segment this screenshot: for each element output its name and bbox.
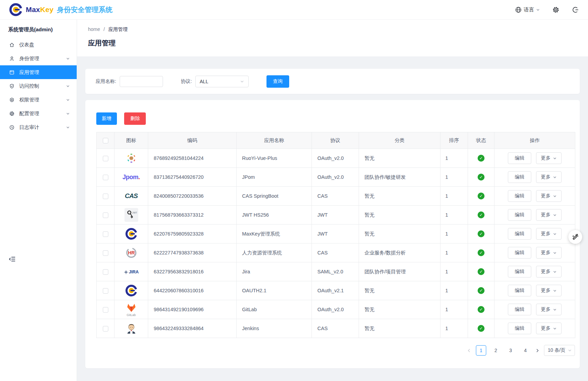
brand-title: MaxKey身份安全管理系统 (26, 5, 112, 14)
identity-user-icon (9, 56, 15, 62)
table-row: HR 622227747938373638 人力资源管理系统 CAS 企业服务/… (97, 243, 575, 262)
logout-icon[interactable] (572, 6, 579, 13)
column-header-protocol: 协议 (312, 132, 359, 149)
row-checkbox[interactable] (103, 269, 108, 275)
theme-wand-button[interactable] (568, 230, 582, 244)
app-sort: 1 (440, 262, 468, 281)
brand[interactable]: MaxKey身份安全管理系统 (9, 3, 112, 17)
hr-logo: HR (124, 246, 138, 260)
more-button[interactable]: 更多 (536, 285, 562, 296)
edit-button[interactable]: 编辑 (508, 209, 531, 221)
menu-fold-icon[interactable] (9, 256, 15, 262)
edit-button[interactable]: 编辑 (508, 152, 531, 164)
page-number-3[interactable]: 3 (505, 345, 516, 356)
prev-page-icon[interactable] (467, 348, 471, 353)
maxkey-logo-icon (9, 3, 23, 17)
chevron-down-icon (553, 270, 557, 274)
page-number-4[interactable]: 4 (520, 345, 531, 356)
more-button[interactable]: 更多 (536, 247, 562, 259)
row-checkbox[interactable] (103, 175, 108, 180)
more-button[interactable]: 更多 (536, 323, 562, 334)
wand-icon (571, 233, 579, 241)
column-header-name: 应用名称 (237, 132, 312, 149)
sidebar-item-access-control[interactable]: 访问控制 (0, 79, 77, 93)
app-sort: 1 (440, 281, 468, 300)
breadcrumb-home-link[interactable]: home (88, 26, 100, 33)
jira-logo: JIRA (124, 270, 139, 274)
current-user-label: 系统管理员(admin) (0, 20, 77, 37)
app-name: JWT HS256 (237, 206, 312, 225)
page-number-2[interactable]: 2 (491, 345, 501, 356)
more-button[interactable]: 更多 (536, 304, 562, 315)
sidebar-item-configuration[interactable]: 配置管理 (0, 107, 77, 120)
edit-button[interactable]: 编辑 (508, 228, 531, 240)
breadcrumb-separator: / (104, 26, 105, 33)
row-checkbox[interactable] (103, 156, 108, 161)
edit-button[interactable]: 编辑 (508, 247, 531, 259)
app-code: 817568793663373312 (148, 206, 237, 225)
edit-button[interactable]: 编辑 (508, 323, 531, 334)
row-checkbox[interactable] (103, 250, 108, 256)
status-active-icon: ✓ (478, 287, 484, 294)
sidebar-item-identity[interactable]: 身份管理 (0, 52, 77, 65)
row-checkbox[interactable] (103, 307, 108, 313)
status-active-icon: ✓ (478, 155, 484, 162)
app-category: 暂无 (359, 225, 440, 243)
edit-button[interactable]: 编辑 (508, 304, 531, 315)
row-checkbox[interactable] (103, 213, 108, 218)
sidebar-item-applications[interactable]: 应用管理 (0, 65, 77, 79)
add-button[interactable]: 新增 (96, 112, 117, 125)
status-active-icon: ✓ (478, 193, 484, 199)
language-switcher[interactable]: 语言 (515, 7, 540, 13)
edit-button[interactable]: 编辑 (508, 171, 531, 183)
globe-icon (515, 7, 522, 13)
more-button[interactable]: 更多 (536, 171, 562, 183)
edit-button[interactable]: 编辑 (508, 266, 531, 277)
app-sort: 1 (440, 206, 468, 225)
app-name-input[interactable] (120, 76, 163, 87)
row-checkbox[interactable] (103, 231, 108, 237)
app-category: 企业服务/数据分析 (359, 243, 440, 262)
more-button[interactable]: 更多 (536, 266, 562, 277)
more-button[interactable]: 更多 (536, 209, 562, 221)
more-button[interactable]: 更多 (536, 190, 562, 202)
table-row: CAS 824008507220033536 CAS SpringBoot CA… (97, 187, 575, 206)
edit-button[interactable]: 编辑 (508, 190, 531, 202)
row-checkbox[interactable] (103, 326, 108, 331)
maxkey-logo (125, 227, 138, 240)
delete-button[interactable]: 删除 (124, 112, 146, 125)
app-protocol: SAML_v2.0 (312, 262, 359, 281)
app-sort: 1 (440, 149, 468, 168)
sidebar-item-dashboard[interactable]: 仪表盘 (0, 38, 77, 52)
column-header-icon: 图标 (115, 132, 148, 149)
more-button[interactable]: 更多 (536, 152, 562, 164)
sidebar-item-audit-log[interactable]: 日志审计 (0, 120, 77, 134)
edit-button[interactable]: 编辑 (508, 285, 531, 296)
app-code: 632279563832918016 (148, 262, 237, 281)
app-category: 暂无 (359, 319, 440, 338)
column-header-code: 编码 (148, 132, 237, 149)
protocol-select[interactable]: ALL (195, 76, 249, 87)
search-button[interactable]: 查询 (266, 75, 289, 88)
permission-seal-icon (9, 97, 15, 103)
protocol-filter-label: 协议: (181, 78, 192, 85)
breadcrumb-current: 应用管理 (108, 26, 128, 33)
select-all-checkbox[interactable] (103, 138, 108, 143)
row-checkbox[interactable] (103, 288, 108, 294)
app-sort: 1 (440, 187, 468, 206)
page-size-select[interactable]: 10 条/页 (544, 345, 575, 356)
page-number-1[interactable]: 1 (476, 345, 486, 356)
settings-gear-icon[interactable] (552, 6, 559, 13)
app-category: 暂无 (359, 281, 440, 300)
chevron-down-icon (66, 57, 70, 61)
language-label: 语言 (524, 7, 534, 13)
gitlab-logo: GitLab (125, 303, 138, 317)
app-name: Jenkins (237, 319, 312, 338)
row-checkbox[interactable] (103, 194, 108, 199)
app-protocol: OAuth_v2.0 (312, 149, 359, 168)
sidebar-item-permissions[interactable]: 权限管理 (0, 93, 77, 107)
more-button[interactable]: 更多 (536, 228, 562, 240)
chevron-down-icon (553, 156, 557, 160)
more-button-label: 更多 (541, 306, 551, 313)
next-page-icon[interactable] (535, 348, 540, 353)
